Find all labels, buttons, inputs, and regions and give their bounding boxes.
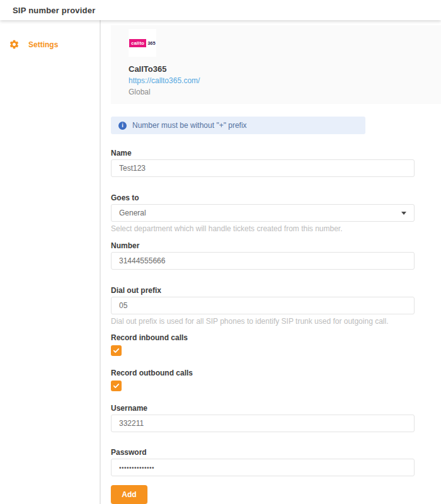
username-input[interactable] <box>111 415 415 432</box>
page-title: SIP number provider <box>13 6 95 15</box>
page-header: SIP number provider <box>0 0 441 20</box>
field-goes-to: Goes to General Select department which … <box>111 194 415 233</box>
main-content: callto 365 CallTo365 https://callto365.c… <box>101 20 441 504</box>
name-label: Name <box>111 149 415 158</box>
info-icon: i <box>118 122 127 130</box>
provider-logo-text-primary: callto <box>129 39 146 47</box>
record-outbound-label: Record outbound calls <box>111 369 415 377</box>
provider-logo: callto 365 <box>129 29 156 57</box>
provider-region: Global <box>129 88 441 96</box>
chevron-down-icon <box>401 212 406 215</box>
record-inbound-checkbox[interactable] <box>111 345 122 356</box>
number-input[interactable] <box>111 252 415 270</box>
record-inbound-label: Record inbound calls <box>111 334 415 342</box>
username-label: Username <box>111 404 415 413</box>
field-dial-out-prefix: Dial out prefix Dial out prefix is used … <box>111 287 415 326</box>
layout: Settings callto 365 CallTo365 https://ca… <box>0 20 441 504</box>
field-password: Password <box>111 449 415 476</box>
dial-out-prefix-helper-text: Dial out prefix is used for all SIP phon… <box>111 318 415 326</box>
field-record-inbound: Record inbound calls <box>111 334 415 356</box>
provider-name: CallTo365 <box>129 64 441 74</box>
provider-panel: callto 365 CallTo365 https://callto365.c… <box>111 25 441 104</box>
goes-to-select[interactable]: General <box>111 204 415 222</box>
gear-icon <box>9 39 20 50</box>
field-name: Name <box>111 149 415 177</box>
number-label: Number <box>111 242 415 250</box>
info-banner-text: Number must be without "+" prefix <box>132 121 247 130</box>
field-record-outbound: Record outbound calls <box>111 369 415 391</box>
name-input[interactable] <box>111 159 415 177</box>
goes-to-label: Goes to <box>111 194 415 202</box>
provider-logo-text-secondary: 365 <box>147 40 156 46</box>
dial-out-prefix-label: Dial out prefix <box>111 287 415 295</box>
add-button[interactable]: Add <box>111 485 147 504</box>
sidebar-item-label: Settings <box>28 40 58 49</box>
goes-to-helper-text: Select department which will handle tick… <box>111 225 415 233</box>
dial-out-prefix-input[interactable] <box>111 297 415 314</box>
field-number: Number <box>111 242 415 270</box>
record-outbound-checkbox[interactable] <box>111 381 122 391</box>
goes-to-selected-value: General <box>119 209 146 217</box>
password-input[interactable] <box>111 459 415 476</box>
info-banner: i Number must be without "+" prefix <box>111 117 365 134</box>
provider-url-link[interactable]: https://callto365.com/ <box>129 76 200 85</box>
password-label: Password <box>111 449 415 457</box>
field-username: Username <box>111 404 415 432</box>
sip-number-form: Name Goes to General Select department w… <box>111 149 415 504</box>
sidebar-item-settings[interactable]: Settings <box>0 39 100 50</box>
sidebar: Settings <box>0 20 101 504</box>
